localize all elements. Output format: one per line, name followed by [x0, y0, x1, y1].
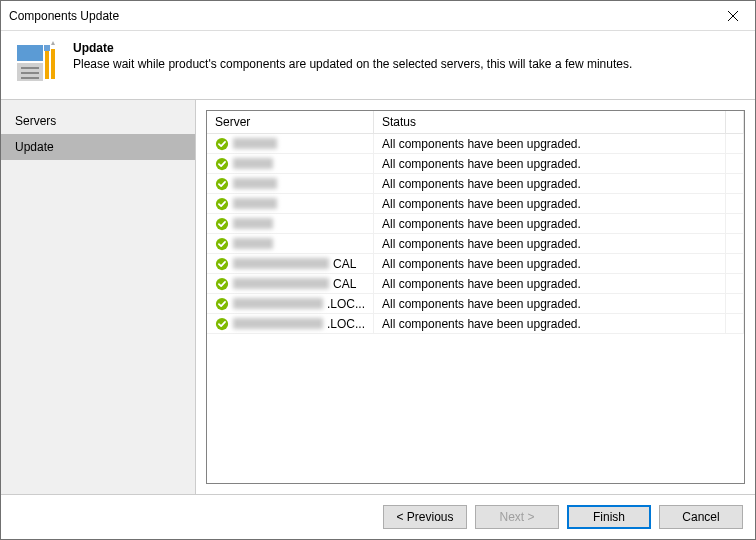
close-button[interactable] — [710, 1, 755, 31]
table-row[interactable]: CALAll components have been upgraded. — [207, 274, 744, 294]
check-icon — [215, 237, 229, 251]
table-row[interactable]: All components have been upgraded. — [207, 154, 744, 174]
status-cell: All components have been upgraded. — [374, 314, 726, 334]
header-text: Update Please wait while product's compo… — [73, 39, 743, 87]
table-row[interactable]: CALAll components have been upgraded. — [207, 254, 744, 274]
sidebar-item-servers[interactable]: Servers — [1, 108, 195, 134]
status-cell: All components have been upgraded. — [374, 214, 726, 234]
sidebar-item-update[interactable]: Update — [1, 134, 195, 160]
server-name-redacted — [233, 158, 273, 169]
update-icon — [13, 39, 61, 87]
window-title: Components Update — [9, 9, 710, 23]
server-name-redacted — [233, 138, 277, 149]
svg-rect-7 — [45, 49, 49, 79]
server-name-redacted — [233, 258, 329, 269]
finish-button[interactable]: Finish — [567, 505, 651, 529]
header-description: Please wait while product's components a… — [73, 57, 743, 71]
server-name-redacted — [233, 318, 323, 329]
next-button: Next > — [475, 505, 559, 529]
main-panel: Server Status All components have been u… — [196, 100, 755, 494]
footer: < Previous Next > Finish Cancel — [1, 494, 755, 539]
server-name-redacted — [233, 278, 329, 289]
status-cell: All components have been upgraded. — [374, 174, 726, 194]
check-icon — [215, 157, 229, 171]
status-cell: All components have been upgraded. — [374, 294, 726, 314]
table-row[interactable]: All components have been upgraded. — [207, 194, 744, 214]
status-cell: All components have been upgraded. — [374, 194, 726, 214]
table-row[interactable]: All components have been upgraded. — [207, 174, 744, 194]
svg-rect-8 — [44, 45, 50, 51]
results-table-wrap: Server Status All components have been u… — [206, 110, 745, 484]
server-suffix: .LOC... — [327, 297, 365, 311]
check-icon — [215, 257, 229, 271]
table-row[interactable]: All components have been upgraded. — [207, 214, 744, 234]
col-spacer — [726, 111, 744, 134]
table-row[interactable]: .LOC...All components have been upgraded… — [207, 314, 744, 334]
server-name-redacted — [233, 178, 277, 189]
sidebar: Servers Update — [1, 100, 196, 494]
server-name-redacted — [233, 298, 323, 309]
table-row[interactable]: All components have been upgraded. — [207, 234, 744, 254]
check-icon — [215, 137, 229, 151]
server-name-redacted — [233, 198, 277, 209]
status-cell: All components have been upgraded. — [374, 134, 726, 154]
previous-button[interactable]: < Previous — [383, 505, 467, 529]
server-name-redacted — [233, 238, 273, 249]
cancel-button[interactable]: Cancel — [659, 505, 743, 529]
svg-marker-10 — [51, 41, 55, 45]
svg-rect-2 — [17, 45, 43, 61]
status-cell: All components have been upgraded. — [374, 254, 726, 274]
col-server[interactable]: Server — [207, 111, 374, 134]
dialog-window: Components Update Update Plea — [0, 0, 756, 540]
status-cell: All components have been upgraded. — [374, 234, 726, 254]
body: Servers Update Server Status — [1, 100, 755, 494]
results-table: Server Status All components have been u… — [207, 111, 744, 334]
col-status[interactable]: Status — [374, 111, 726, 134]
check-icon — [215, 217, 229, 231]
check-icon — [215, 317, 229, 331]
check-icon — [215, 177, 229, 191]
server-suffix: CAL — [333, 257, 356, 271]
check-icon — [215, 197, 229, 211]
svg-rect-9 — [51, 49, 55, 79]
header: Update Please wait while product's compo… — [1, 31, 755, 100]
close-icon — [728, 11, 738, 21]
check-icon — [215, 277, 229, 291]
header-title: Update — [73, 41, 743, 55]
table-row[interactable]: All components have been upgraded. — [207, 134, 744, 154]
check-icon — [215, 297, 229, 311]
server-name-redacted — [233, 218, 273, 229]
titlebar: Components Update — [1, 1, 755, 31]
server-suffix: CAL — [333, 277, 356, 291]
table-row[interactable]: .LOC...All components have been upgraded… — [207, 294, 744, 314]
status-cell: All components have been upgraded. — [374, 154, 726, 174]
server-suffix: .LOC... — [327, 317, 365, 331]
status-cell: All components have been upgraded. — [374, 274, 726, 294]
